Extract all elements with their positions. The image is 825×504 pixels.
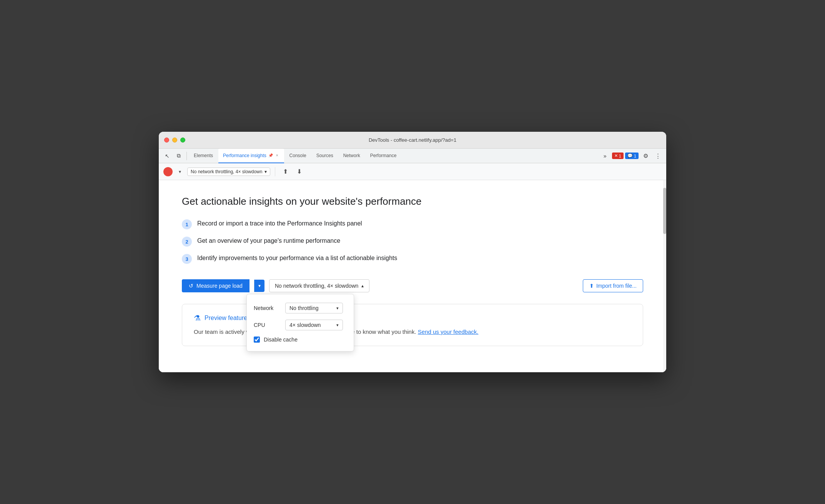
network-label: Network [254,305,281,311]
more-options-btn[interactable]: ⋮ [652,151,663,161]
measure-page-load-btn[interactable]: ↺ Measure page load [182,279,249,292]
traffic-lights [164,138,185,143]
warn-icon: 💬 [627,153,633,158]
preview-title: Preview feature [205,315,247,322]
settings-btn[interactable]: ⚙ [640,151,651,161]
minimize-button[interactable] [172,138,177,143]
export-btn[interactable]: ⬆ [280,166,291,177]
step-item-2: 2 Get an overview of your page's runtime… [182,236,643,247]
network-row: Network No throttling ▾ [254,300,347,317]
import-btn-label: Import from file... [596,283,637,289]
send-feedback-link[interactable]: Send us your feedback. [418,328,479,335]
network-select[interactable]: No throttling ▾ [285,303,343,313]
cpu-value: 4× slowdown [289,322,321,328]
import-from-file-btn[interactable]: ⬆ Import from file... [583,279,643,292]
pin-icon: 📌 [268,153,273,158]
error-badge[interactable]: ✕ 1 [612,153,624,159]
tab-close-btn[interactable]: × [275,153,279,158]
cursor-icon-btn[interactable]: ↖ [162,151,173,161]
tab-divider [186,152,187,160]
tab-right-icons: » ✕ 1 💬 1 ⚙ ⋮ [600,151,663,161]
network-select-arrow: ▾ [336,306,339,311]
error-count: 1 [619,154,621,158]
page-title: Get actionable insights on your website'… [182,196,643,207]
record-button[interactable] [163,167,173,176]
measure-dropdown-arrow[interactable]: ▾ [254,280,264,292]
tab-console-label: Console [289,153,306,158]
step-number-2: 2 [182,237,192,247]
import-toolbar-btn[interactable]: ⬇ [294,166,304,177]
step-number-3: 3 [182,254,192,264]
cpu-label: CPU [254,322,281,328]
toolbar: ▾ No network throttling, 4× slowdown ▾ ⬆… [159,163,666,180]
browser-window: DevTools - coffee-cart.netlify.app/?ad=1… [159,132,666,372]
step-item-1: 1 Record or import a trace into the Perf… [182,219,643,229]
step-number-1: 1 [182,219,192,229]
tab-performance-insights-label: Performance insights [223,153,266,158]
layers-icon-btn[interactable]: ⧉ [173,151,184,161]
scrollbar-thumb[interactable] [663,188,666,234]
upload-icon: ⬆ [283,168,288,175]
record-dropdown-arrow[interactable]: ▾ [176,167,184,176]
cursor-icon: ↖ [165,153,170,159]
disable-cache-checkbox[interactable] [254,337,260,343]
tab-network-label: Network [343,153,360,158]
tab-elements[interactable]: Elements [189,149,218,163]
disable-cache-label: Disable cache [264,337,298,343]
maximize-button[interactable] [180,138,185,143]
more-tabs-btn[interactable]: » [600,151,610,161]
refresh-icon: ↺ [189,283,193,289]
flask-icon: ⚗ [194,313,201,323]
more-vert-icon: ⋮ [655,153,661,159]
throttle-dropdown-btn[interactable]: No network throttling, 4× slowdown ▴ [269,279,370,292]
tab-performance[interactable]: Performance [366,149,401,163]
window-title: DevTools - coffee-cart.netlify.app/?ad=1 [369,137,456,143]
close-button[interactable] [164,138,169,143]
measure-btn-label: Measure page load [196,283,243,289]
layers-icon: ⧉ [177,153,181,159]
tab-sources[interactable]: Sources [312,149,338,163]
action-row: ↺ Measure page load ▾ No network throttl… [182,279,643,292]
disable-cache-row: Disable cache [254,333,347,346]
tab-console[interactable]: Console [285,149,311,163]
step-text-3: Identify improvements to your performanc… [197,254,397,263]
cpu-select-arrow: ▾ [336,323,339,328]
tab-bar: ↖ ⧉ Elements Performance insights 📌 × Co… [159,149,666,163]
network-value: No throttling [289,305,318,311]
step-text-1: Record or import a trace into the Perfor… [197,219,362,228]
toolbar-divider [275,167,275,176]
title-bar: DevTools - coffee-cart.netlify.app/?ad=1 [159,132,666,149]
cpu-row: CPU 4× slowdown ▾ [254,317,347,333]
steps-list: 1 Record or import a trace into the Perf… [182,219,643,264]
throttle-dropdown-arrow-icon: ▴ [361,283,364,288]
import-icon: ⬆ [589,283,594,289]
step-text-2: Get an overview of your page's runtime p… [197,236,340,245]
tab-network[interactable]: Network [339,149,365,163]
throttle-popup: Network No throttling ▾ CPU 4× slowdown … [246,294,354,351]
tab-sources-label: Sources [316,153,333,158]
tab-elements-label: Elements [194,153,213,158]
download-icon: ⬇ [297,168,302,175]
toolbar-throttle-label: No network throttling, 4× slowdown [191,169,262,174]
gear-icon: ⚙ [643,153,648,159]
tab-performance-label: Performance [370,153,397,158]
toolbar-throttle-arrow: ▾ [264,169,267,174]
toolbar-throttle-select[interactable]: No network throttling, 4× slowdown ▾ [187,167,270,176]
error-icon: ✕ [614,153,618,158]
throttle-dropdown-label: No network throttling, 4× slowdown [275,283,359,289]
main-content: Get actionable insights on your website'… [159,180,666,372]
warn-badge[interactable]: 💬 1 [625,153,639,159]
step-item-3: 3 Identify improvements to your performa… [182,254,643,264]
tab-performance-insights[interactable]: Performance insights 📌 × [218,149,284,163]
warn-count: 1 [634,154,636,158]
devtools-container: ↖ ⧉ Elements Performance insights 📌 × Co… [159,149,666,372]
cpu-select[interactable]: 4× slowdown ▾ [285,320,343,330]
scrollbar-track [663,180,666,372]
